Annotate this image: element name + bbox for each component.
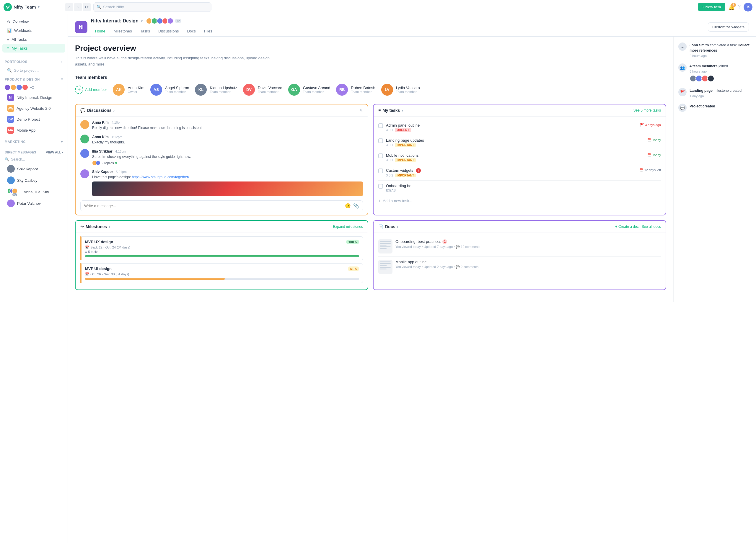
task-badge: IMPORTANT <box>395 174 416 177</box>
msg-content: Anna Kim 4:10pm Really dig this new dire… <box>92 120 203 131</box>
doc-thumbnail <box>378 239 392 254</box>
calendar-icon: 📅 <box>639 168 643 172</box>
dm-user-name: Shiv Kapoor <box>17 167 38 171</box>
msg-time: 5:01pm <box>116 170 127 174</box>
sidebar-project-ma[interactable]: MA Mobile App <box>2 125 65 136</box>
add-member-button[interactable]: + Add member <box>75 86 107 94</box>
go-to-project-search[interactable]: 🔍 Go to project... <box>2 66 65 74</box>
calendar-icon: 📅 <box>85 246 89 250</box>
notifications[interactable]: 🔔 3 <box>728 4 735 10</box>
add-portfolio-icon[interactable]: + <box>61 60 63 63</box>
team-members-title: Team members <box>75 75 666 80</box>
task-name: Custom widgets <box>386 168 413 173</box>
sidebar-project-aw[interactable]: AW Agency Website 2.0 <box>2 103 65 114</box>
tab-docs[interactable]: Docs <box>183 27 200 36</box>
history-button[interactable]: ⟳ <box>83 3 91 11</box>
activity-subject: Landing page <box>690 89 713 93</box>
attachment-icon[interactable]: 📎 <box>353 203 359 209</box>
add-task-button[interactable]: + Add a new task... <box>378 195 661 207</box>
project-dot-aw: AW <box>7 105 14 112</box>
activity-time: 2 hours ago <box>690 54 751 58</box>
my-tasks-title-label: My tasks <box>382 108 400 113</box>
tab-milestones[interactable]: Milestones <box>110 27 136 36</box>
dm-user-name: Sky Calibey <box>17 178 38 183</box>
replies-button[interactable]: 2 replies <box>92 161 191 165</box>
create-doc-link[interactable]: + Create a doc <box>615 225 639 229</box>
sidebar-project-ni[interactable]: NI Nifty Internal: Design <box>2 92 65 103</box>
all-tasks-icon: ≡ <box>7 37 9 42</box>
dm-item-sky[interactable]: Sky Calibey <box>2 175 65 186</box>
member-avatar: AK <box>113 84 125 96</box>
docs-title: 📄 Docs › <box>378 224 398 229</box>
tab-tasks[interactable]: Tasks <box>136 27 154 36</box>
sidebar-item-workloads[interactable]: 📊 Workloads <box>2 26 65 35</box>
message-input[interactable] <box>84 204 343 208</box>
task-date: 📅 Today <box>647 138 661 142</box>
tab-files[interactable]: Files <box>200 27 216 36</box>
plus-icon: + <box>378 198 381 204</box>
sidebar-item-overview[interactable]: ⊙ Overview <box>2 17 65 26</box>
portfolios-label: PORTFOLIOS <box>5 60 27 63</box>
member-card-davis: DV Davis Vaccaro Team member <box>243 84 282 96</box>
activity-item: ≡ John Smith completed a task Collect mo… <box>678 43 751 58</box>
msg-text: I love this page's design: https://www.s… <box>92 175 363 180</box>
member-role: Team member <box>303 90 330 94</box>
sidebar-project-dp[interactable]: DP Demo Project <box>2 114 65 125</box>
tab-discussions[interactable]: Discussions <box>154 27 183 36</box>
customize-widgets-label: Customize widgets <box>712 25 744 29</box>
doc-line <box>380 248 387 249</box>
msg-avatar <box>80 169 89 178</box>
milestone-name-row: MVP UX design 100% <box>85 240 359 245</box>
see-all-docs-link[interactable]: See all docs <box>642 225 661 229</box>
help-icon[interactable]: ? <box>738 4 741 10</box>
task-checkbox[interactable] <box>378 184 383 189</box>
sidebar-item-all-tasks[interactable]: ≡ All Tasks <box>2 35 65 44</box>
search-bar[interactable]: 🔍 Search Nifty <box>93 2 211 12</box>
page-description: This is where we'll have all the design-… <box>75 55 276 68</box>
discussions-body: Anna Kim 4:10pm Really dig this new dire… <box>76 117 368 215</box>
emoji-icon[interactable]: 🙂 <box>345 203 351 209</box>
brand[interactable]: Nifty Team ▾ <box>4 3 63 11</box>
discussions-title-label: Discussions <box>87 108 111 113</box>
marketing-header[interactable]: MARKETING ▸ <box>0 138 68 145</box>
back-button[interactable]: ‹ <box>65 3 73 11</box>
discussions-edit-icon[interactable]: ✎ <box>359 108 363 113</box>
milestone-percent: 51% <box>348 267 359 271</box>
dm-search[interactable]: 🔍 Search... <box>0 156 68 163</box>
page-body: Project overview This is where we'll hav… <box>68 37 756 302</box>
task-checkbox[interactable] <box>378 138 383 143</box>
see-more-tasks-link[interactable]: See 5 more tasks <box>633 108 661 113</box>
user-avatar[interactable]: JS <box>744 3 752 12</box>
view-all-link[interactable]: View all › <box>46 151 63 154</box>
marketing-caret-icon: ▸ <box>61 140 63 144</box>
task-checkbox[interactable] <box>378 169 383 173</box>
task-checkbox[interactable] <box>378 154 383 158</box>
msg-author: Anna Kim <box>92 135 109 139</box>
date-label: Today <box>652 153 661 157</box>
new-task-button[interactable]: + New task <box>698 3 725 11</box>
product-design-label: PRODUCT & DESIGN <box>5 78 40 81</box>
forward-button[interactable]: › <box>74 3 82 11</box>
dm-item-group[interactable]: +2 Anna, Illia, Sky... <box>2 186 65 198</box>
product-design-header[interactable]: PRODUCT & DESIGN ▾ <box>0 76 68 83</box>
customize-widgets-button[interactable]: Customize widgets <box>708 22 749 32</box>
task-checkbox[interactable] <box>378 123 383 128</box>
dm-item-petar[interactable]: Petar Valchev <box>2 198 65 209</box>
doc-line <box>380 267 391 268</box>
msg-link[interactable]: https://www.smugmug.com/together/ <box>132 175 189 179</box>
sidebar-item-my-tasks[interactable]: ≡ My Tasks <box>2 44 65 53</box>
expand-milestones-link[interactable]: Expand milestones <box>333 225 363 229</box>
task-meta: 3.0.2 IMPORTANT <box>386 174 636 177</box>
project-caret-icon[interactable]: ▾ <box>141 19 143 23</box>
activity-content: Landing page milestone created 1 day ago <box>690 88 742 98</box>
dm-search-placeholder: Search... <box>11 157 25 162</box>
project-avatars-row: +2 <box>0 83 68 92</box>
dm-item-shiv[interactable]: Shiv Kapoor <box>2 163 65 175</box>
project-name: Demo Project <box>17 117 40 122</box>
task-date: 🚩 3 days ago <box>640 123 661 127</box>
joined-avatar <box>707 75 714 82</box>
msg-time: 4:10pm <box>112 121 123 124</box>
doc-name: Mobile app outline <box>395 260 427 264</box>
tab-home[interactable]: Home <box>91 27 110 36</box>
milestone-name: MVP UX design <box>85 240 113 244</box>
